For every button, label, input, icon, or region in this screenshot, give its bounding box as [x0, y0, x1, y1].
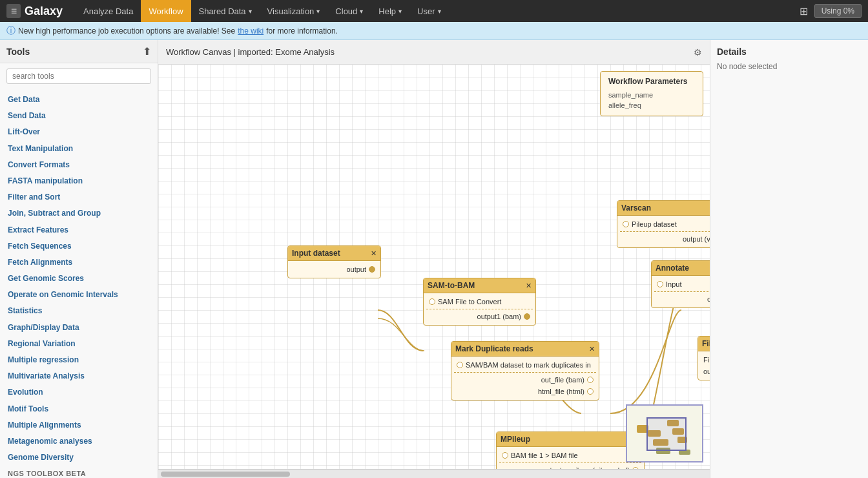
node-mark-dup-header: Mark Duplicate reads ✕	[451, 342, 599, 357]
sidebar-item-statistics[interactable]: Statistics	[0, 303, 158, 319]
sidebar-item-get-data[interactable]: Get Data	[0, 92, 158, 108]
chevron-down-icon: ▾	[438, 8, 441, 15]
workflow-params-title: Workflow Parameters	[608, 77, 695, 86]
node-input-dataset-title: Input dataset	[292, 249, 340, 258]
sidebar-item-operate-genomic[interactable]: Operate on Genomic Intervals	[0, 287, 158, 303]
sidebar-item-multivariate[interactable]: Multivariate Analysis	[0, 368, 158, 384]
output-label: output_mpileup (pileup, bcf)	[542, 466, 630, 469]
output-port-html: html_file (html)	[451, 386, 599, 397]
nav-visualization[interactable]: Visualization ▾	[260, 0, 328, 22]
node-close-icon[interactable]: ✕	[589, 345, 595, 353]
usage-button[interactable]: Using 0%	[814, 4, 862, 18]
output-label: out	[703, 368, 710, 375]
input-port-input: Input	[652, 278, 710, 290]
sidebar-title: Tools	[6, 47, 30, 57]
node-varscan-title: Varscan	[621, 203, 651, 213]
input-label: Input	[666, 280, 681, 288]
sidebar-item-filter-sort[interactable]: Filter and Sort	[0, 189, 158, 205]
sidebar-nav: Get Data Send Data Lift-Over Text Manipu…	[0, 89, 158, 478]
canvas-scrollbar[interactable]	[158, 469, 710, 478]
output-port-output: output	[288, 264, 380, 275]
node-input-dataset[interactable]: Input dataset ✕ output	[287, 245, 381, 278]
node-close-icon[interactable]: ✕	[371, 249, 377, 258]
output-port-vcf: output (vcf)	[652, 293, 710, 305]
output-port-bam: out_file (bam)	[451, 374, 599, 386]
node-annotate-body: Input output (vcf)	[652, 276, 710, 307]
nav-workflow[interactable]: Workflow	[141, 0, 191, 22]
node-filt[interactable]: Filt Filt out	[698, 336, 710, 380]
input-port-pileup: Pileup dataset	[617, 218, 710, 230]
sidebar-item-extract-features[interactable]: Extract Features	[0, 222, 158, 238]
sidebar-item-get-genomic-scores[interactable]: Get Genomic Scores	[0, 271, 158, 287]
node-close-icon[interactable]: ✕	[526, 282, 532, 290]
sidebar-item-motif-tools[interactable]: Motif Tools	[0, 401, 158, 417]
galaxy-logo[interactable]: ☰ Galaxy	[6, 4, 63, 18]
input-port-sam-file: SAM File to Convert	[424, 296, 535, 307]
details-content: No node selected	[717, 62, 862, 71]
logo-text: Galaxy	[25, 5, 63, 18]
sidebar-item-join-subtract[interactable]: Join, Subtract and Group	[0, 205, 158, 222]
input-label: SAM/BAM dataset to mark duplicates in	[466, 361, 591, 369]
upload-icon[interactable]: ⬆	[143, 45, 151, 57]
sidebar-item-evolution[interactable]: Evolution	[0, 384, 158, 400]
node-mpileup[interactable]: MPileup ✕ BAM file 1 > BAM file output_m…	[496, 431, 645, 469]
settings-icon[interactable]: ⚙	[694, 47, 702, 57]
output-port-dot	[524, 313, 530, 320]
sidebar-header: Tools ⬆	[0, 40, 158, 63]
node-varscan[interactable]: Varscan ✕ Pileup dataset output (vcf)	[617, 200, 710, 248]
info-bar: ⓘ New high performance job execution opt…	[0, 22, 868, 40]
input-label: Pileup dataset	[632, 220, 677, 228]
top-navigation: ☰ Galaxy Analyze Data Workflow Shared Da…	[0, 0, 868, 22]
canvas-viewport[interactable]: Workflow Parameters sample_name allele_f…	[158, 65, 710, 469]
sidebar-item-text-manipulation[interactable]: Text Manipulation	[0, 141, 158, 157]
nav-user[interactable]: User ▾	[409, 0, 448, 22]
input-port-filt: Filt	[698, 354, 710, 366]
sidebar-item-metagenomic[interactable]: Metagenomic analyses	[0, 433, 158, 450]
nav-shared-data[interactable]: Shared Data ▾	[191, 0, 260, 22]
sidebar-item-genome-diversity[interactable]: Genome Diversity	[0, 450, 158, 466]
sidebar: Tools ⬆ Get Data Send Data Lift-Over Tex…	[0, 40, 158, 478]
node-annotate-header: Annotate	[652, 261, 710, 276]
info-text-after: for more information.	[266, 26, 338, 36]
output-port-out: out	[698, 366, 710, 377]
node-sam-to-bam[interactable]: SAM-to-BAM ✕ SAM File to Convert output1…	[423, 278, 536, 326]
workflow-parameters-box: Workflow Parameters sample_name allele_f…	[600, 71, 703, 116]
output-port-mpileup: output_mpileup (pileup, bcf)	[497, 464, 644, 469]
node-filt-body: Filt out	[698, 351, 710, 380]
node-mark-duplicate[interactable]: Mark Duplicate reads ✕ SAM/BAM dataset t…	[451, 341, 599, 400]
node-sam-to-bam-title: SAM-to-BAM	[428, 281, 475, 290]
node-mpileup-header: MPileup ✕	[497, 432, 644, 447]
output-port-bam: output1 (bam)	[424, 311, 535, 322]
canvas-area: Workflow Canvas | imported: Exome Analys…	[158, 40, 710, 478]
sidebar-item-graph-display[interactable]: Graph/Display Data	[0, 320, 158, 336]
sidebar-item-regional-variation[interactable]: Regional Variation	[0, 336, 158, 352]
node-annotate[interactable]: Annotate Input output (vcf)	[651, 260, 710, 308]
sidebar-item-fetch-sequences[interactable]: Fetch Sequences	[0, 238, 158, 255]
sidebar-item-fasta-manipulation[interactable]: FASTA manipulation	[0, 173, 158, 189]
details-panel: Details No node selected	[710, 40, 868, 478]
nav-cloud[interactable]: Cloud ▾	[327, 0, 371, 22]
sidebar-item-convert-formats[interactable]: Convert Formats	[0, 157, 158, 173]
nav-help[interactable]: Help ▾	[371, 0, 409, 22]
input-label: BAM file 1 > BAM file	[511, 452, 578, 459]
search-input[interactable]	[6, 68, 151, 84]
input-port-dot	[657, 281, 663, 287]
grid-icon[interactable]: ⊞	[800, 5, 808, 17]
sidebar-item-send-data[interactable]: Send Data	[0, 108, 158, 124]
info-link[interactable]: the wiki	[238, 26, 264, 36]
sidebar-item-multiple-alignments[interactable]: Multiple Alignments	[0, 417, 158, 433]
input-label: Filt	[703, 356, 710, 364]
output-port-dot	[587, 377, 594, 383]
chevron-down-icon: ▾	[360, 8, 363, 15]
input-port-dot	[623, 221, 629, 227]
scrollbar-thumb[interactable]	[161, 472, 290, 477]
node-varscan-body: Pileup dataset output (vcf)	[617, 216, 710, 247]
node-input-dataset-body: output	[288, 261, 380, 278]
sidebar-item-fetch-alignments[interactable]: Fetch Alignments	[0, 255, 158, 271]
sidebar-item-multiple-regression[interactable]: Multiple regression	[0, 352, 158, 368]
nav-analyze-data[interactable]: Analyze Data	[76, 0, 141, 22]
node-sam-to-bam-header: SAM-to-BAM ✕	[424, 278, 535, 293]
input-port-sambam: SAM/BAM dataset to mark duplicates in	[451, 359, 599, 371]
sidebar-item-lift-over[interactable]: Lift-Over	[0, 124, 158, 140]
details-title: Details	[717, 47, 862, 57]
